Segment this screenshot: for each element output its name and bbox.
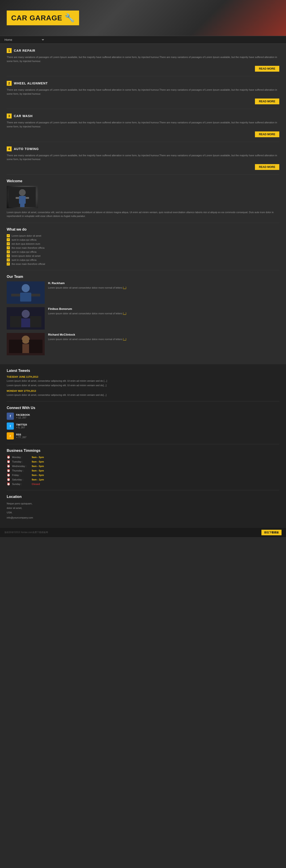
clock-icon: ⏰ [7, 460, 10, 463]
twitter-name: TWITTER [16, 423, 27, 426]
timing-row: ⏰ Friday : 9am - 5pm [7, 473, 279, 477]
welcome-image [7, 186, 38, 208]
read-more-button-1[interactable]: Read More [255, 66, 279, 72]
list-bullet-6: ✓ [7, 258, 10, 261]
svg-rect-6 [22, 204, 25, 207]
list-bullet-5: ✓ [7, 254, 10, 257]
rss-icon[interactable]: r [7, 432, 14, 439]
location-address1: Neque porro quisquam, [7, 501, 279, 506]
team-info-3: Richard McClintock Lorem ipsum dolor sit… [48, 333, 279, 341]
team-member-3: Richard McClintock Lorem ipsum dolor sit… [7, 333, 279, 355]
svg-point-8 [22, 284, 30, 292]
list-item-text-1: sunt in culpa qui officia [12, 239, 36, 241]
svg-rect-9 [20, 292, 31, 302]
main-content: 1 CAR REPAIR There are many variations o… [0, 44, 286, 364]
social-info-facebook: FACEBOOK + 12, 257 [16, 413, 30, 419]
clock-icon: ⏰ [7, 482, 10, 486]
clock-icon: ⏰ [7, 469, 10, 472]
svg-rect-14 [20, 318, 31, 327]
timings-list: ⏰ Monday : 9am - 5pm ⏰ Tuesday : 9am - 5… [7, 455, 279, 486]
location-country: USA. [7, 510, 279, 515]
team-link-2[interactable]: [...] [123, 312, 126, 315]
svg-point-1 [19, 189, 26, 196]
list-bullet-7: ✓ [7, 262, 10, 266]
twitter-icon[interactable]: t [7, 423, 14, 430]
tweet-text-1: Lorem ipsum dolor sit amet, consectetur … [7, 379, 279, 383]
service-wheel-alignment: 2 WHEEL ALIGNMENT There are many variati… [7, 81, 279, 109]
what-we-do-item: ✓the esse main therefore officia [7, 246, 279, 249]
read-more-button-2[interactable]: Read More [255, 98, 279, 104]
read-more-button-4[interactable]: Read More [255, 164, 279, 170]
list-bullet-2: ✓ [7, 242, 10, 245]
svg-rect-15 [10, 316, 21, 327]
what-we-do-item: ✓lorem ipsum dolor sit amet [7, 254, 279, 257]
mechanic-illustration [9, 187, 36, 207]
nav-menu[interactable]: Home About Services Contact [0, 36, 45, 43]
team-member-1-photo [7, 281, 45, 304]
timing-day-0: Monday : [12, 456, 30, 459]
what-we-do-list: ✓Lorem ipsum dolor sit amet✓sunt in culp… [7, 234, 279, 266]
what-we-do-item: ✓sunt in culpa qui officia [7, 250, 279, 253]
list-bullet-3: ✓ [7, 246, 10, 249]
dark-section: Latest Tweets TUESDAY JUNE 11TH,2013 Lor… [0, 364, 286, 528]
what-we-do-section: What we do ✓Lorem ipsum dolor sit amet✓s… [7, 227, 279, 266]
service-number-3: 3 [7, 114, 12, 118]
timing-day-6: Sunday : [12, 483, 30, 485]
list-item-text-0: Lorem ipsum dolor sit amet [12, 235, 41, 237]
list-item-text-6: sunt in culpa qui officia [12, 258, 36, 261]
tweet-date-1: TUESDAY JUNE 11TH,2013 [7, 375, 279, 378]
tweets-section: Latest Tweets TUESDAY JUNE 11TH,2013 Lor… [7, 369, 279, 397]
timing-day-4: Friday : [12, 474, 30, 476]
timing-day-2: Wednesday : [12, 465, 30, 467]
social-item-facebook: f FACEBOOK + 12, 257 [7, 413, 279, 420]
what-we-do-item: ✓the esse main therefore official [7, 262, 279, 266]
clock-icon: ⏰ [7, 473, 10, 477]
what-we-do-title: What we do [7, 227, 279, 231]
timing-hours-4: 9am - 5pm [32, 474, 44, 476]
watermark-text: 版权所有©2013 Xenlao.com免费下载模板网 [4, 531, 48, 534]
timing-hours-1: 9am - 5pm [32, 460, 44, 463]
facebook-icon[interactable]: f [7, 413, 14, 420]
team-photo-1 [7, 281, 45, 304]
team-link-3[interactable]: [...] [123, 338, 126, 341]
timings-title: Business Timmings [7, 449, 279, 453]
location-title: Location [7, 495, 279, 499]
team-section: Our Team H. Rackham Lorem ipsum dolor si… [7, 275, 279, 355]
connect-section: Connect With Us f FACEBOOK + 12, 257 t T… [7, 406, 279, 439]
service-number-2: 2 [7, 81, 12, 86]
timing-hours-0: 9am - 5pm [32, 456, 44, 459]
divider-5 [7, 490, 279, 490]
service-header-2: 2 WHEEL ALIGNMENT [7, 81, 279, 86]
timing-row: ⏰ Saturday : 9am - 1pm [7, 478, 279, 481]
download-template-button[interactable]: 前往下载模板 [261, 530, 282, 535]
team-title: Our Team [7, 275, 279, 279]
svg-rect-16 [30, 316, 41, 327]
location-email: info@yourcompany.com [7, 516, 279, 519]
social-item-rss: r RSS + 77, 267 [7, 432, 279, 439]
list-item-text-3: the esse main therefore officia [12, 247, 44, 249]
service-car-wash: 3 CAR WASH There are many variations of … [7, 114, 279, 142]
tweet-date-2: MONDAY MAY 27TH,2013 [7, 390, 279, 392]
svg-point-13 [22, 310, 30, 318]
service-auto-towing: 4 AUTO TOWING There are many variations … [7, 147, 279, 175]
location-address2: dolor sit amet, [7, 506, 279, 510]
welcome-section: Welcome Lorem ipsum dolor sit [7, 179, 279, 218]
team-text-2: Lorem ipsum dolor sit amet consectetur d… [48, 312, 279, 316]
team-name-3: Richard McClintock [48, 333, 279, 336]
timing-row: ⏰ Sunday : Closed [7, 482, 279, 486]
list-item-text-4: sunt in culpa qui officia [12, 250, 36, 253]
list-bullet-0: ✓ [7, 234, 10, 237]
header-banner: CAR GARAGE 🔧 [0, 0, 286, 36]
clock-icon: ⏰ [7, 455, 10, 459]
svg-rect-2 [19, 196, 26, 204]
service-title-3: CAR WASH [14, 114, 33, 118]
wrench-icon: 🔧 [65, 13, 75, 23]
logo-text: CAR GARAGE [11, 14, 62, 22]
timing-hours-3: 9am - 5pm [32, 469, 44, 472]
service-header-4: 4 AUTO TOWING [7, 147, 279, 151]
team-link-1[interactable]: [...] [123, 286, 126, 289]
service-title-1: CAR REPAIR [14, 49, 35, 52]
read-more-button-3[interactable]: Read More [255, 131, 279, 137]
welcome-text: Lorem ipsum dolor sit amet, consectetur … [7, 211, 279, 218]
service-title-4: AUTO TOWING [14, 147, 39, 151]
